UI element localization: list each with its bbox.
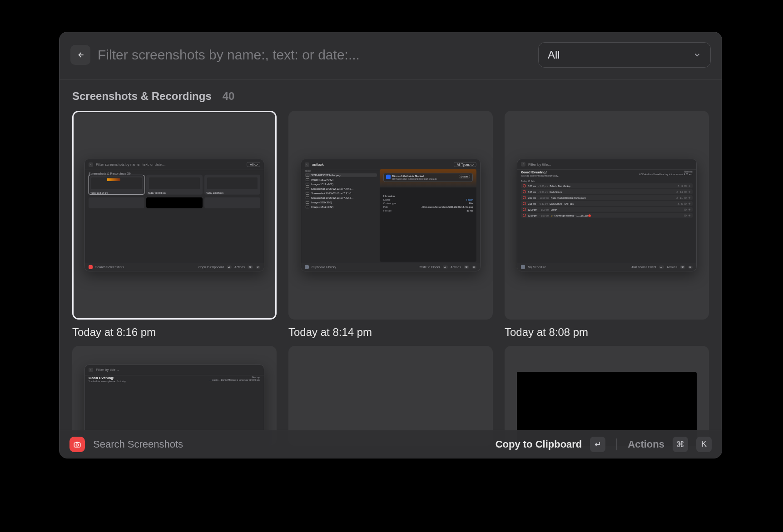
thumbnail-preview: outlook All Types Today SCR-20250213-rib… bbox=[301, 159, 481, 271]
type-filter-dropdown[interactable]: All bbox=[538, 42, 711, 68]
result-card[interactable]: Filter screenshots by name:, text: or da… bbox=[72, 111, 277, 339]
camera-icon bbox=[73, 440, 81, 448]
svg-rect-10 bbox=[74, 443, 80, 447]
header: All bbox=[59, 32, 722, 78]
raycast-window: All Screenshots & Recordings 40 Filter s… bbox=[59, 32, 722, 458]
search-input[interactable] bbox=[98, 47, 531, 63]
svg-rect-1 bbox=[684, 185, 686, 187]
svg-rect-8 bbox=[684, 209, 686, 210]
search-field[interactable] bbox=[98, 47, 531, 63]
chevron-down-icon bbox=[693, 51, 701, 59]
primary-action[interactable]: Copy to Clipboard bbox=[496, 438, 582, 450]
svg-rect-9 bbox=[684, 215, 686, 216]
svg-rect-7 bbox=[684, 203, 686, 204]
k-key: K bbox=[696, 437, 712, 452]
cmd-key: ⌘ bbox=[673, 437, 688, 452]
actions-button[interactable]: Actions bbox=[628, 438, 664, 450]
command-name: Search Screenshots bbox=[93, 438, 183, 450]
result-caption: Today at 8:16 pm bbox=[72, 326, 277, 339]
result-caption: Today at 8:14 pm bbox=[288, 326, 493, 339]
svg-point-6 bbox=[678, 203, 679, 204]
result-card[interactable]: outlook All Types Today SCR-20250213-rib… bbox=[288, 111, 493, 339]
command-icon bbox=[69, 437, 85, 452]
section-title: Screenshots & Recordings bbox=[72, 90, 212, 103]
type-filter-label: All bbox=[548, 49, 560, 61]
enter-key: ↵ bbox=[590, 437, 605, 452]
footer-separator bbox=[616, 438, 617, 450]
back-button[interactable] bbox=[70, 45, 90, 65]
section-heading: Screenshots & Recordings 40 bbox=[59, 80, 722, 106]
svg-rect-5 bbox=[684, 197, 686, 198]
svg-point-2 bbox=[677, 191, 678, 192]
footer: Search Screenshots Copy to Clipboard ↵ A… bbox=[59, 430, 722, 458]
result-caption: Today at 8:08 pm bbox=[505, 326, 709, 339]
thumbnail: Filter by title… Good Evening! You had s… bbox=[505, 111, 709, 320]
results-grid: Filter screenshots by name:, text: or da… bbox=[59, 106, 722, 339]
result-card[interactable]: Filter by title… Good Evening! You had s… bbox=[505, 111, 709, 339]
svg-point-0 bbox=[678, 185, 679, 186]
section-count: 40 bbox=[223, 90, 235, 103]
svg-rect-3 bbox=[684, 191, 686, 192]
thumbnail-preview: Filter screenshots by name:, text: or da… bbox=[84, 159, 264, 271]
arrow-left-icon bbox=[76, 50, 85, 59]
thumbnail: Filter screenshots by name:, text: or da… bbox=[72, 111, 277, 320]
svg-point-11 bbox=[76, 443, 78, 446]
thumbnail-preview: Filter by title… Good Evening! You had s… bbox=[517, 159, 697, 271]
thumbnail: outlook All Types Today SCR-20250213-rib… bbox=[288, 111, 493, 320]
svg-point-4 bbox=[677, 197, 678, 198]
